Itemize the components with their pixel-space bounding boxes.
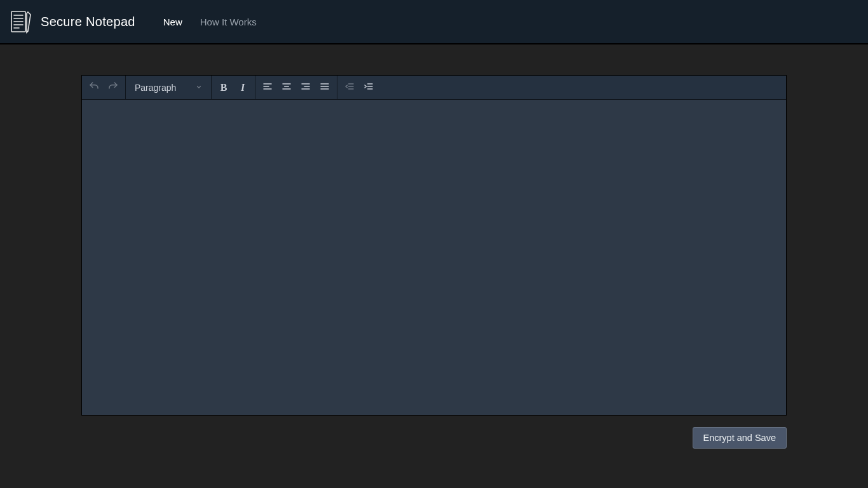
editor-textarea[interactable]	[82, 100, 786, 415]
app-title: Secure Notepad	[41, 15, 135, 29]
redo-icon	[107, 81, 119, 95]
block-format-label: Paragraph	[135, 83, 176, 93]
outdent-icon	[344, 81, 355, 94]
encrypt-save-button[interactable]: Encrypt and Save	[693, 427, 787, 449]
toolbar-group-align	[255, 76, 337, 99]
align-justify-icon	[320, 81, 330, 94]
align-center-icon	[281, 81, 292, 94]
toolbar-group-inline: B I	[212, 76, 255, 99]
header: Secure Notepad New How It Works	[0, 0, 868, 44]
align-center-button[interactable]	[277, 78, 296, 97]
block-format-select[interactable]: Paragraph	[128, 78, 208, 97]
align-justify-button[interactable]	[315, 78, 334, 97]
indent-icon	[363, 81, 374, 94]
nav-how-it-works[interactable]: How It Works	[200, 17, 257, 27]
notepad-icon	[10, 10, 32, 34]
actions-row: Encrypt and Save	[81, 427, 787, 449]
toolbar-group-block: Paragraph	[126, 76, 212, 99]
align-right-button[interactable]	[296, 78, 315, 97]
italic-button[interactable]: I	[233, 78, 252, 97]
logo: Secure Notepad	[10, 10, 135, 34]
nav-new[interactable]: New	[163, 17, 182, 27]
chevron-down-icon	[196, 83, 202, 92]
align-left-button[interactable]	[258, 78, 277, 97]
bold-button[interactable]: B	[214, 78, 233, 97]
main: Paragraph B I	[0, 44, 868, 449]
align-left-icon	[262, 81, 273, 94]
editor-toolbar: Paragraph B I	[82, 76, 786, 100]
editor-container: Paragraph B I	[81, 75, 787, 416]
undo-icon	[88, 81, 100, 95]
italic-icon: I	[241, 82, 245, 93]
undo-button[interactable]	[85, 78, 104, 97]
outdent-button[interactable]	[340, 78, 359, 97]
toolbar-group-history	[82, 76, 126, 99]
bold-icon: B	[220, 82, 227, 93]
indent-button[interactable]	[359, 78, 378, 97]
align-right-icon	[301, 81, 311, 94]
nav: New How It Works	[163, 17, 257, 27]
redo-button[interactable]	[104, 78, 123, 97]
toolbar-group-indent	[337, 76, 381, 99]
